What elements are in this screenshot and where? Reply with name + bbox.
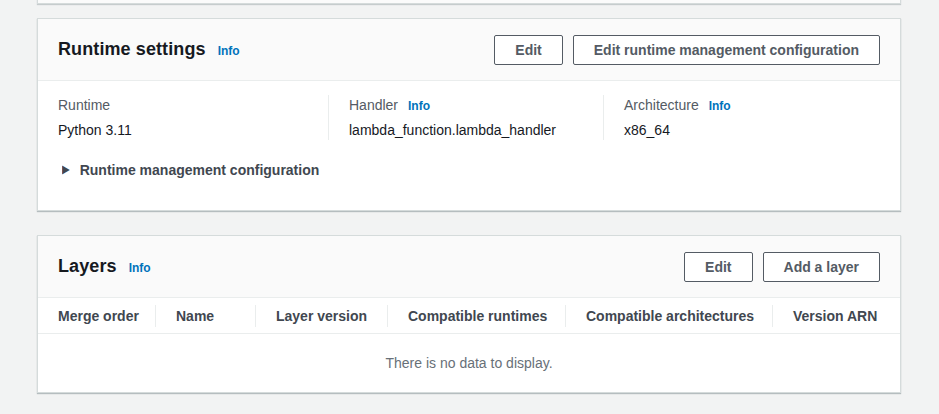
column-header-version-arn: Version ARN xyxy=(773,298,880,333)
layers-actions: Edit Add a layer xyxy=(684,252,880,282)
expand-caret-icon: ▶ xyxy=(62,164,70,176)
layers-card: Layers Info Edit Add a layer Merge order… xyxy=(37,235,901,393)
runtime-settings-title-group: Runtime settings Info xyxy=(58,39,240,60)
runtime-settings-info-link[interactable]: Info xyxy=(218,44,240,58)
add-a-layer-button[interactable]: Add a layer xyxy=(763,252,880,282)
column-header-layer-version: Layer version xyxy=(256,298,388,333)
edit-runtime-settings-button[interactable]: Edit xyxy=(494,35,562,65)
handler-field: Handler Info lambda_function.lambda_hand… xyxy=(328,95,603,140)
layers-info-link[interactable]: Info xyxy=(129,261,151,275)
column-header-compatible-runtimes: Compatible runtimes xyxy=(388,298,566,333)
runtime-settings-card: Runtime settings Info Edit Edit runtime … xyxy=(37,18,901,211)
column-header-name: Name xyxy=(156,298,256,333)
layers-table-header-row: Merge order Name Layer version Compatibl… xyxy=(38,298,900,334)
runtime-settings-body: Runtime Python 3.11 Handler Info lambda_… xyxy=(38,81,900,178)
previous-card-bottom-edge xyxy=(37,0,901,4)
edit-layers-button[interactable]: Edit xyxy=(684,252,752,282)
architecture-info-link[interactable]: Info xyxy=(709,99,731,113)
runtime-settings-actions: Edit Edit runtime management configurati… xyxy=(494,35,880,65)
edit-runtime-management-configuration-button[interactable]: Edit runtime management configuration xyxy=(573,35,880,65)
empty-state-message: There is no data to display. xyxy=(385,355,552,371)
column-header-merge-order: Merge order xyxy=(58,298,156,333)
layers-title: Layers xyxy=(58,256,117,277)
runtime-management-expander-label: Runtime management configuration xyxy=(80,162,320,178)
layers-header: Layers Info Edit Add a layer xyxy=(38,236,900,298)
architecture-field: Architecture Info x86_64 xyxy=(603,95,880,140)
column-header-compatible-architectures: Compatible architectures xyxy=(566,298,773,333)
runtime-label: Runtime xyxy=(58,95,110,115)
runtime-management-expander[interactable]: ▶ Runtime management configuration xyxy=(58,162,880,178)
handler-info-link[interactable]: Info xyxy=(408,99,430,113)
handler-value: lambda_function.lambda_handler xyxy=(349,120,583,140)
runtime-value: Python 3.11 xyxy=(58,120,308,140)
runtime-settings-header: Runtime settings Info Edit Edit runtime … xyxy=(38,19,900,81)
architecture-label: Architecture xyxy=(624,95,699,115)
runtime-fields-row: Runtime Python 3.11 Handler Info lambda_… xyxy=(58,95,880,140)
handler-label: Handler xyxy=(349,95,398,115)
runtime-field: Runtime Python 3.11 xyxy=(58,95,328,140)
architecture-value: x86_64 xyxy=(624,120,860,140)
runtime-settings-title: Runtime settings xyxy=(58,39,206,60)
layers-table-empty-state: There is no data to display. xyxy=(38,334,900,392)
layers-title-group: Layers Info xyxy=(58,256,151,277)
